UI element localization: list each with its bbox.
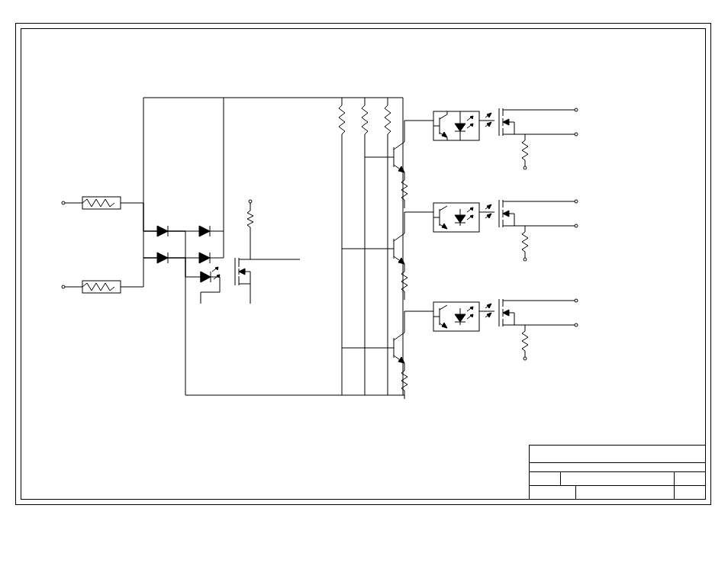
svg-marker-197 <box>470 314 473 317</box>
svg-marker-158 <box>487 214 491 218</box>
svg-point-171 <box>575 224 578 227</box>
svg-marker-195 <box>470 307 473 310</box>
opto-input <box>185 258 220 304</box>
fuse-bottom <box>62 281 143 293</box>
titleblock-docrow <box>530 471 705 486</box>
svg-marker-153 <box>470 215 473 218</box>
svg-rect-15 <box>82 281 121 293</box>
bus-resistors <box>339 98 391 365</box>
svg-point-215 <box>575 323 578 327</box>
svg-point-125 <box>575 108 578 111</box>
channel-2 <box>342 200 578 300</box>
svg-marker-103 <box>470 116 473 119</box>
svg-marker-202 <box>487 313 491 317</box>
schematic <box>21 29 707 500</box>
svg-line-96 <box>440 114 447 119</box>
svg-marker-136 <box>398 258 404 264</box>
svg-marker-156 <box>487 204 491 209</box>
svg-marker-51 <box>215 267 218 270</box>
title-block <box>529 445 705 499</box>
svg-point-9 <box>62 201 65 204</box>
svg-point-169 <box>575 200 578 203</box>
svg-line-188 <box>440 305 447 310</box>
titleblock-title <box>530 446 705 462</box>
drawing-sheet-inner <box>21 28 706 500</box>
svg-marker-105 <box>470 124 473 127</box>
fuse-top <box>62 197 143 209</box>
svg-point-73 <box>249 200 252 203</box>
diode-D3 <box>185 226 224 236</box>
svg-marker-26 <box>157 226 168 236</box>
channel-1 <box>365 108 578 208</box>
svg-point-13 <box>62 285 65 288</box>
svg-marker-30 <box>157 253 168 263</box>
svg-point-174 <box>523 258 527 261</box>
svg-rect-11 <box>82 197 121 209</box>
diode-D4 <box>185 253 224 263</box>
svg-marker-151 <box>470 208 473 211</box>
svg-marker-100 <box>455 124 465 131</box>
svg-marker-98 <box>442 132 447 137</box>
titleblock-daterow <box>530 485 705 499</box>
svg-marker-88 <box>398 166 404 172</box>
svg-marker-114 <box>487 122 491 127</box>
svg-marker-165 <box>503 211 509 217</box>
svg-marker-209 <box>503 310 509 316</box>
diode-D2 <box>143 253 185 263</box>
svg-marker-121 <box>503 119 509 125</box>
svg-point-218 <box>523 357 527 360</box>
svg-point-213 <box>575 299 578 302</box>
svg-marker-112 <box>487 113 491 117</box>
svg-point-130 <box>523 166 527 169</box>
svg-marker-200 <box>487 304 491 308</box>
svg-marker-146 <box>442 224 447 229</box>
svg-marker-180 <box>398 357 404 363</box>
mosfet-input <box>235 200 300 304</box>
svg-marker-148 <box>455 215 465 223</box>
drawing-sheet-outer <box>15 23 711 505</box>
svg-marker-190 <box>442 323 447 328</box>
channel-3 <box>342 299 578 399</box>
diode-D1 <box>143 226 185 236</box>
svg-marker-38 <box>199 253 210 263</box>
svg-line-144 <box>440 206 447 211</box>
svg-marker-66 <box>239 269 245 275</box>
svg-point-127 <box>575 133 578 136</box>
svg-marker-48 <box>201 272 211 282</box>
svg-marker-34 <box>199 226 210 236</box>
svg-marker-192 <box>455 314 465 322</box>
